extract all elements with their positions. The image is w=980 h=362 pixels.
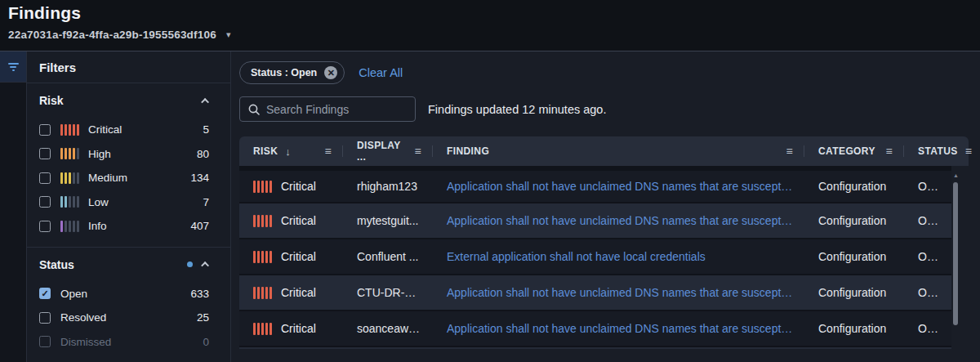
filter-item-low[interactable]: Low 7 [39, 190, 209, 215]
filters-toggle-button[interactable] [0, 51, 26, 83]
filter-item-resolved[interactable]: Resolved 25 [39, 306, 209, 330]
finding-link[interactable]: Application shall not have unclaimed DNS… [433, 214, 804, 227]
filter-label: Open [60, 288, 190, 300]
table-row[interactable]: Critical mytestguit... Application shall… [239, 202, 951, 238]
category-cell: Configuration [804, 214, 904, 227]
table-header-row: RISK ↓ ≡ DISPLAY ... ≡ FINDING ≡ CATEGOR… [239, 136, 969, 166]
filter-icon [8, 63, 19, 71]
critical-checkbox[interactable] [39, 124, 51, 136]
left-icon-rail [0, 51, 27, 362]
filter-item-medium[interactable]: Medium 134 [39, 166, 209, 190]
critical-severity-icon [253, 251, 272, 263]
high-checkbox[interactable] [39, 148, 51, 159]
display-name-cell: soanceawe... [343, 322, 433, 335]
table-row[interactable]: Critical rhigham123 Application shall no… [239, 166, 951, 202]
status-section-header[interactable]: Status [39, 258, 209, 271]
table-row[interactable]: Critical CTU-DR-D... Application shall n… [239, 274, 951, 310]
findings-main-panel: Status : Open ✕ Clear All Findings updat… [231, 51, 980, 362]
info-checkbox[interactable] [39, 221, 51, 232]
column-header-status[interactable]: STATUS ≡ [904, 136, 969, 166]
status-cell: Open [904, 322, 951, 335]
low-checkbox[interactable] [39, 196, 51, 208]
page-title: Findings [8, 3, 980, 23]
filter-item-high[interactable]: High 80 [39, 142, 209, 167]
filter-count: 134 [190, 172, 209, 184]
filter-count: 0 [203, 336, 209, 348]
active-filter-dot [187, 261, 193, 267]
filter-item-critical[interactable]: Critical 5 [39, 118, 209, 142]
open-checkbox[interactable]: ✓ [39, 288, 51, 299]
status-cell: Open [904, 214, 951, 227]
chip-label: Status : Open [251, 67, 317, 78]
critical-severity-icon [60, 124, 79, 136]
high-severity-icon [60, 148, 79, 159]
dismissed-checkbox [39, 336, 51, 347]
filter-item-info[interactable]: Info 407 [39, 214, 209, 239]
column-label: RISK [253, 145, 278, 157]
finding-link[interactable]: External application shall not have loca… [433, 250, 804, 263]
risk-section-header[interactable]: Risk [39, 94, 209, 107]
findings-page: Findings 22a7031a-f92a-4ffa-a29b-1955563… [0, 0, 980, 362]
column-header-category[interactable]: CATEGORY ≡ [804, 136, 904, 166]
sort-descending-icon[interactable]: ↓ [285, 145, 291, 158]
risk-section-title: Risk [39, 94, 203, 107]
column-menu-icon[interactable]: ≡ [324, 145, 332, 158]
finding-link[interactable]: Application shall not have unclaimed DNS… [433, 286, 804, 299]
status-open-filter-chip[interactable]: Status : Open ✕ [239, 61, 345, 84]
column-label: DISPLAY ... [357, 140, 407, 163]
critical-severity-icon [253, 181, 272, 193]
status-section-title: Status [39, 258, 187, 271]
critical-severity-icon [253, 215, 272, 227]
table-row[interactable]: Critical Confluent ... External applicat… [239, 238, 951, 274]
risk-label: Critical [281, 322, 316, 335]
table-row-partial [239, 346, 951, 349]
filter-count: 5 [203, 123, 209, 136]
chevron-up-icon[interactable] [201, 261, 209, 270]
filter-label: Critical [88, 123, 203, 136]
column-menu-icon[interactable]: ≡ [414, 145, 421, 158]
status-cell: Open [904, 250, 951, 263]
filters-sidebar: Filters Risk Critical 5 High 80 [27, 51, 231, 362]
search-input[interactable] [266, 103, 407, 116]
clear-all-link[interactable]: Clear All [359, 66, 403, 79]
column-header-risk[interactable]: RISK ↓ ≡ [239, 136, 343, 166]
column-menu-icon[interactable]: ≡ [786, 145, 793, 158]
column-menu-icon[interactable]: ≡ [885, 145, 893, 158]
filter-label: Resolved [60, 311, 197, 324]
filter-count: 25 [197, 311, 209, 324]
finding-link[interactable]: Application shall not have unclaimed DNS… [433, 322, 804, 335]
table-scrollbar[interactable]: ▲ [953, 172, 959, 362]
display-name-cell: mytestguit... [343, 214, 433, 227]
filter-item-open[interactable]: ✓ Open 633 [39, 282, 209, 306]
table-row[interactable]: Critical soanceawe... Application shall … [239, 310, 951, 346]
column-header-finding[interactable]: FINDING ≡ [433, 136, 804, 166]
column-label: CATEGORY [818, 145, 875, 157]
filter-label: Low [88, 196, 203, 208]
medium-severity-icon [60, 172, 79, 184]
filter-count: 7 [203, 196, 209, 208]
filter-label: High [88, 148, 197, 160]
filter-label: Medium [88, 172, 190, 184]
risk-label: Critical [281, 180, 316, 193]
info-severity-icon [60, 221, 79, 232]
scrollbar-thumb[interactable] [953, 182, 958, 325]
column-label: STATUS [918, 145, 958, 157]
risk-cell: Critical [239, 286, 343, 299]
critical-severity-icon [253, 323, 272, 335]
column-menu-icon[interactable]: ≡ [965, 145, 973, 158]
finding-link[interactable]: Application shall not have unclaimed DNS… [433, 180, 804, 193]
column-header-display-name[interactable]: DISPLAY ... ≡ [343, 136, 433, 166]
status-filter-section: Status ✓ Open 633 Resolved 25 Dismissed [27, 247, 230, 362]
display-name-cell: CTU-DR-D... [343, 286, 433, 299]
risk-cell: Critical [239, 250, 343, 263]
content-area: Filters Risk Critical 5 High 80 [0, 51, 980, 362]
scan-selector-caret-icon[interactable]: ▾ [226, 29, 231, 40]
resolved-checkbox[interactable] [39, 312, 51, 324]
medium-checkbox[interactable] [39, 172, 51, 184]
search-box[interactable] [239, 96, 416, 122]
remove-filter-icon[interactable]: ✕ [324, 66, 337, 79]
scroll-up-icon[interactable]: ▲ [953, 172, 959, 179]
search-row: Findings updated 12 minutes ago. [239, 96, 980, 122]
display-name-cell: rhigham123 [343, 180, 433, 193]
risk-cell: Critical [239, 322, 343, 335]
